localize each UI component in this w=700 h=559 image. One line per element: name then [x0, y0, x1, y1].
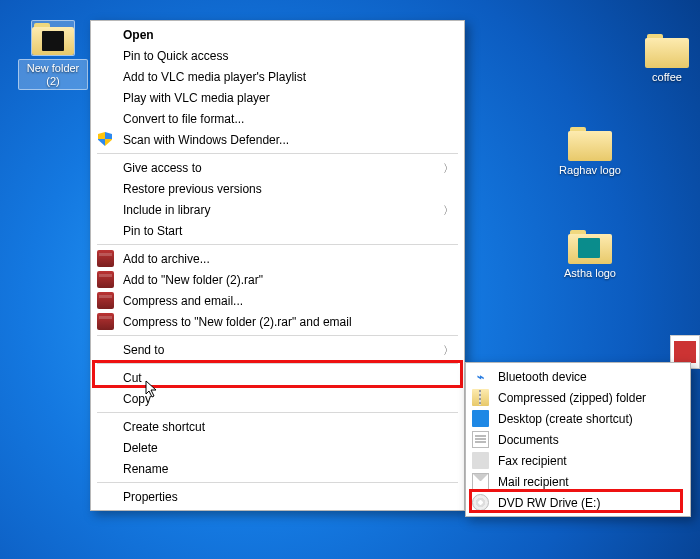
menu-label: Compress and email... [123, 294, 243, 308]
menu-label: Pin to Start [123, 224, 182, 238]
submenu-compressed[interactable]: Compressed (zipped) folder [466, 387, 690, 408]
menu-label: Compress to "New folder (2).rar" and ema… [123, 315, 352, 329]
winrar-icon [97, 271, 114, 288]
menu-open[interactable]: Open [91, 24, 464, 45]
menu-copy[interactable]: Copy [91, 388, 464, 409]
menu-separator [97, 482, 458, 483]
menu-label: Cut [123, 371, 142, 385]
menu-label: Desktop (create shortcut) [498, 412, 633, 426]
menu-defender[interactable]: Scan with Windows Defender... [91, 129, 464, 150]
menu-compress-email[interactable]: Compress and email... [91, 290, 464, 311]
menu-cut[interactable]: Cut [91, 367, 464, 388]
context-menu: Open Pin to Quick access Add to VLC medi… [90, 20, 465, 511]
menu-label: Properties [123, 490, 178, 504]
menu-label: Convert to file format... [123, 112, 244, 126]
menu-give-access[interactable]: Give access to〉 [91, 157, 464, 178]
menu-label: Give access to [123, 161, 202, 175]
mail-icon [472, 473, 489, 490]
shield-icon [97, 131, 114, 148]
menu-label: Create shortcut [123, 420, 205, 434]
menu-pin-start[interactable]: Pin to Start [91, 220, 464, 241]
submenu-documents[interactable]: Documents [466, 429, 690, 450]
menu-label: Send to [123, 343, 164, 357]
menu-label: Copy [123, 392, 151, 406]
menu-rename[interactable]: Rename [91, 458, 464, 479]
send-to-submenu: ⌁Bluetooth device Compressed (zipped) fo… [465, 362, 691, 517]
menu-label: Add to VLC media player's Playlist [123, 70, 306, 84]
menu-separator [97, 244, 458, 245]
desktop[interactable]: New folder (2) coffee Raghav logo Astha … [0, 0, 700, 559]
menu-label: Pin to Quick access [123, 49, 228, 63]
menu-label: Mail recipient [498, 475, 569, 489]
winrar-icon [97, 250, 114, 267]
menu-label: DVD RW Drive (E:) [498, 496, 600, 510]
submenu-mail[interactable]: Mail recipient [466, 471, 690, 492]
menu-label: Restore previous versions [123, 182, 262, 196]
dvd-icon [472, 494, 489, 511]
winrar-icon [97, 292, 114, 309]
menu-label: Compressed (zipped) folder [498, 391, 646, 405]
desktop-icon-label: Astha logo [555, 267, 625, 280]
submenu-dvd[interactable]: DVD RW Drive (E:) [466, 492, 690, 513]
desktop-icon-label: Raghav logo [555, 164, 625, 177]
menu-separator [97, 412, 458, 413]
menu-label: Scan with Windows Defender... [123, 133, 289, 147]
folder-icon [568, 228, 612, 264]
menu-separator [97, 363, 458, 364]
menu-label: Add to archive... [123, 252, 210, 266]
menu-create-shortcut[interactable]: Create shortcut [91, 416, 464, 437]
menu-delete[interactable]: Delete [91, 437, 464, 458]
menu-vlc-playlist[interactable]: Add to VLC media player's Playlist [91, 66, 464, 87]
menu-convert[interactable]: Convert to file format... [91, 108, 464, 129]
menu-restore[interactable]: Restore previous versions [91, 178, 464, 199]
menu-add-archive[interactable]: Add to archive... [91, 248, 464, 269]
desktop-icon-label: New folder (2) [18, 59, 88, 90]
chevron-right-icon: 〉 [443, 161, 454, 176]
menu-label: Delete [123, 441, 158, 455]
submenu-fax[interactable]: Fax recipient [466, 450, 690, 471]
chevron-right-icon: 〉 [443, 343, 454, 358]
documents-icon [472, 431, 489, 448]
winrar-icon [97, 313, 114, 330]
submenu-bluetooth[interactable]: ⌁Bluetooth device [466, 366, 690, 387]
menu-label: Open [123, 28, 154, 42]
fax-icon [472, 452, 489, 469]
menu-compress-rar-email[interactable]: Compress to "New folder (2).rar" and ema… [91, 311, 464, 332]
menu-label: Play with VLC media player [123, 91, 270, 105]
submenu-desktop-shortcut[interactable]: Desktop (create shortcut) [466, 408, 690, 429]
menu-vlc-play[interactable]: Play with VLC media player [91, 87, 464, 108]
menu-properties[interactable]: Properties [91, 486, 464, 507]
menu-label: Documents [498, 433, 559, 447]
desktop-icon-label: coffee [632, 71, 700, 84]
menu-include-library[interactable]: Include in library〉 [91, 199, 464, 220]
bluetooth-icon: ⌁ [472, 368, 489, 385]
folder-icon [645, 32, 689, 68]
menu-separator [97, 335, 458, 336]
folder-icon [568, 125, 612, 161]
menu-separator [97, 153, 458, 154]
menu-add-rar[interactable]: Add to "New folder (2).rar" [91, 269, 464, 290]
menu-send-to[interactable]: Send to〉 [91, 339, 464, 360]
desktop-icon-coffee[interactable]: coffee [632, 32, 700, 84]
menu-pin-quick-access[interactable]: Pin to Quick access [91, 45, 464, 66]
desktop-icon-raghav[interactable]: Raghav logo [555, 125, 625, 177]
desktop-icon [472, 410, 489, 427]
menu-label: Include in library [123, 203, 210, 217]
menu-label: Add to "New folder (2).rar" [123, 273, 263, 287]
zip-icon [472, 389, 489, 406]
menu-label: Fax recipient [498, 454, 567, 468]
menu-label: Bluetooth device [498, 370, 587, 384]
desktop-icon-new-folder[interactable]: New folder (2) [18, 20, 88, 90]
chevron-right-icon: 〉 [443, 203, 454, 218]
folder-icon [31, 20, 75, 56]
desktop-icon-astha[interactable]: Astha logo [555, 228, 625, 280]
menu-label: Rename [123, 462, 168, 476]
